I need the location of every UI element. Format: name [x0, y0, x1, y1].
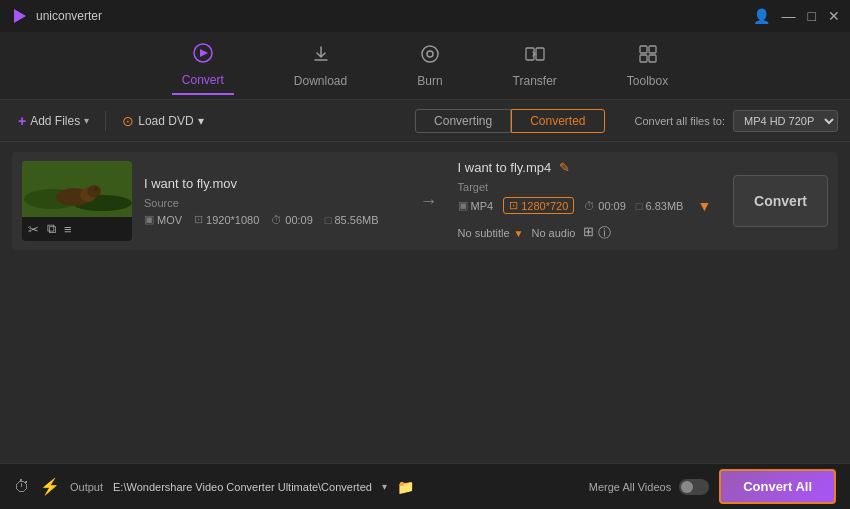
arrow-icon: → [412, 191, 446, 212]
target-section: I want to fly.mp4 ✎ Target ▣ MP4 ⊡ 1280*… [458, 160, 714, 242]
source-size: 85.56MB [334, 214, 378, 226]
target-resolution-badge: ⊡ 1280*720 [503, 197, 574, 214]
subtitle-dropdown-icon: ▼ [514, 228, 524, 239]
source-info: I want to fly.mov Source ▣ MOV ⊡ 1920*10… [144, 176, 400, 226]
convert-all-files-section: Convert all files to: MP4 HD 720P [635, 110, 838, 132]
svg-rect-5 [526, 48, 534, 60]
tab-converted[interactable]: Converted [511, 109, 604, 133]
source-format-item: ▣ MOV [144, 213, 182, 226]
output-dropdown-icon[interactable]: ▾ [382, 481, 387, 492]
nav-label-convert: Convert [182, 73, 224, 87]
svg-point-17 [94, 187, 98, 191]
svg-marker-0 [14, 9, 26, 23]
add-files-button[interactable]: + Add Files ▾ [12, 109, 95, 133]
edit-icon[interactable]: ✎ [559, 160, 570, 175]
scissors-icon[interactable]: ✂ [28, 222, 39, 237]
copy-icon[interactable]: ⧉ [47, 221, 56, 237]
nav-item-toolbox[interactable]: Toolbox [617, 37, 678, 94]
svg-point-4 [427, 51, 433, 57]
source-size-item: □ 85.56MB [325, 214, 379, 226]
merge-toggle[interactable] [679, 479, 709, 495]
convert-button[interactable]: Convert [733, 175, 828, 227]
target-duration-item: ⏱ 00:09 [584, 200, 626, 212]
file-thumbnail: ✂ ⧉ ≡ [22, 161, 132, 241]
toolbar-divider [105, 111, 106, 131]
source-resolution-item: ⊡ 1920*1080 [194, 213, 259, 226]
app-name: uniconverter [36, 9, 102, 23]
target-size-icon: □ [636, 200, 643, 212]
nav-item-burn[interactable]: Burn [407, 37, 452, 94]
nav-label-burn: Burn [417, 74, 442, 88]
source-label: Source [144, 197, 400, 209]
title-bar: uniconverter 👤 — □ ✕ [0, 0, 850, 32]
thumbnail-actions: ✂ ⧉ ≡ [22, 217, 132, 241]
audio-add-icon[interactable]: ⊞ [583, 224, 594, 242]
format-select[interactable]: MP4 HD 720P [733, 110, 838, 132]
user-icon[interactable]: 👤 [753, 8, 770, 24]
audio-icons: ⊞ ⓘ [583, 224, 611, 242]
target-format-item: ▣ MP4 [458, 199, 494, 212]
format-icon: ▣ [144, 213, 154, 226]
convert-nav-icon [192, 42, 214, 69]
maximize-button[interactable]: □ [808, 8, 816, 24]
folder-icon[interactable]: 📁 [397, 479, 414, 495]
source-filename: I want to fly.mov [144, 176, 400, 191]
load-dvd-label: Load DVD [138, 114, 193, 128]
target-expand-icon[interactable]: ▼ [697, 198, 711, 214]
nav-label-transfer: Transfer [513, 74, 557, 88]
toolbar: + Add Files ▾ ⊙ Load DVD ▾ Converting Co… [0, 100, 850, 142]
svg-rect-6 [536, 48, 544, 60]
clock-icon[interactable]: ⏱ [14, 478, 30, 496]
close-button[interactable]: ✕ [828, 8, 840, 24]
target-duration: 00:09 [598, 200, 626, 212]
source-duration-item: ⏱ 00:09 [271, 214, 313, 226]
svg-marker-2 [200, 49, 208, 57]
burn-nav-icon [419, 43, 441, 70]
target-filename: I want to fly.mp4 [458, 160, 552, 175]
file-row: ✂ ⧉ ≡ I want to fly.mov Source ▣ MOV ⊡ 1… [12, 152, 838, 250]
resolution-icon: ⊡ [194, 213, 203, 226]
nav-bar: Convert Download Burn Transfer [0, 32, 850, 100]
bolt-icon[interactable]: ⚡ [40, 477, 60, 496]
source-resolution: 1920*1080 [206, 214, 259, 226]
title-bar-right: 👤 — □ ✕ [753, 8, 840, 24]
svg-rect-7 [640, 46, 647, 53]
target-size: 6.83MB [645, 200, 683, 212]
output-path: E:\Wondershare Video Converter Ultimate\… [113, 481, 372, 493]
merge-section: Merge All Videos [589, 479, 709, 495]
convert-all-files-label: Convert all files to: [635, 115, 725, 127]
subtitle-value: No subtitle [458, 227, 510, 239]
target-header: I want to fly.mp4 ✎ [458, 160, 714, 175]
transfer-nav-icon [524, 43, 546, 70]
duration-icon: ⏱ [271, 214, 282, 226]
target-label: Target [458, 181, 714, 193]
source-duration: 00:09 [285, 214, 313, 226]
thumbnail-image [22, 161, 132, 217]
subtitle-audio-row: No subtitle ▼ No audio ⊞ ⓘ [458, 224, 714, 242]
nav-label-toolbox: Toolbox [627, 74, 668, 88]
convert-all-button[interactable]: Convert All [719, 469, 836, 504]
nav-item-download[interactable]: Download [284, 37, 357, 94]
bottom-bar: ⏱ ⚡ Output E:\Wondershare Video Converte… [0, 463, 850, 509]
app-logo-icon [10, 6, 30, 26]
nav-label-download: Download [294, 74, 347, 88]
audio-info-icon[interactable]: ⓘ [598, 224, 611, 242]
thumbnail-svg [22, 161, 132, 217]
minimize-button[interactable]: — [782, 8, 796, 24]
list-icon[interactable]: ≡ [64, 222, 72, 237]
load-dvd-button[interactable]: ⊙ Load DVD ▾ [116, 109, 209, 133]
audio-select[interactable]: No audio ⊞ ⓘ [531, 224, 611, 242]
nav-item-transfer[interactable]: Transfer [503, 37, 567, 94]
svg-point-16 [87, 185, 101, 197]
nav-item-convert[interactable]: Convert [172, 36, 234, 95]
merge-label: Merge All Videos [589, 481, 671, 493]
svg-point-3 [422, 46, 438, 62]
source-meta: ▣ MOV ⊡ 1920*1080 ⏱ 00:09 □ 85.56MB [144, 213, 400, 226]
subtitle-select[interactable]: No subtitle ▼ [458, 227, 524, 239]
tab-converting[interactable]: Converting [415, 109, 511, 133]
resolution-arrows-icon: ⊡ [509, 199, 518, 212]
title-bar-left: uniconverter [10, 6, 102, 26]
svg-rect-8 [649, 46, 656, 53]
load-dvd-icon: ⊙ [122, 113, 134, 129]
target-size-item: □ 6.83MB [636, 200, 684, 212]
